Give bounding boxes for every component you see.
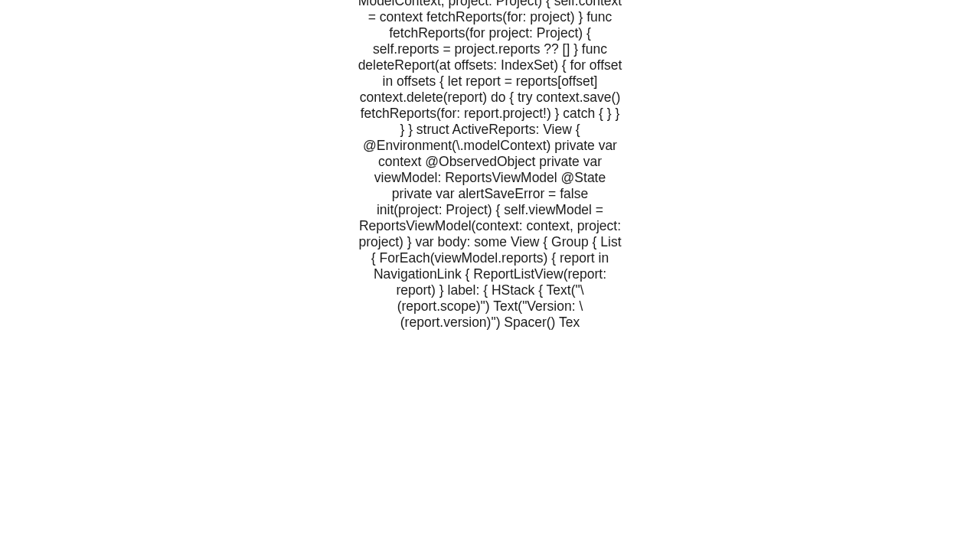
- code-block: context: ModelContext init(context: Mode…: [358, 0, 622, 331]
- code-text: context: ModelContext init(context: Mode…: [358, 0, 622, 330]
